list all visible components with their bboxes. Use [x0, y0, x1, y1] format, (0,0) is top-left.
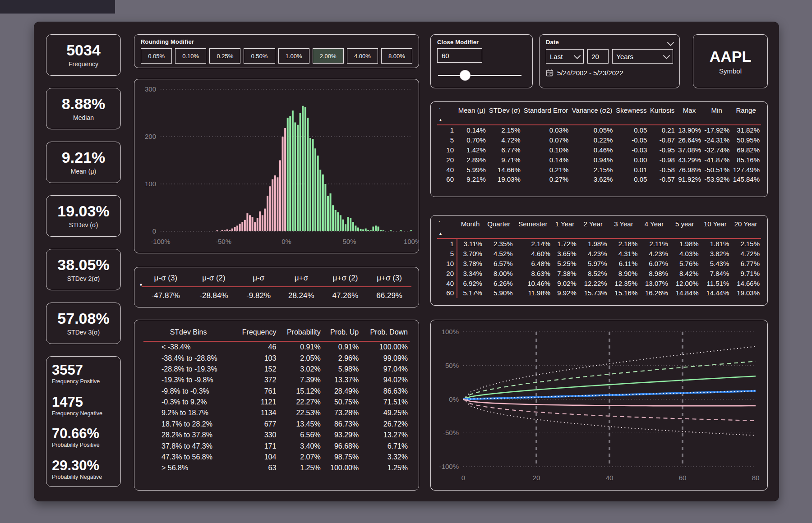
- table-row: 50.70%4.72%0.07%0.22%-0.05-0.8726.64%-24…: [437, 135, 761, 145]
- bins-cell: 86.63%: [360, 386, 410, 397]
- stats-cell: 2.89%: [457, 155, 487, 165]
- stats-col-header[interactable]: Range: [731, 106, 761, 125]
- rounding-option-800[interactable]: 8.00%: [381, 48, 412, 64]
- bins-cell: 1121: [233, 397, 278, 408]
- rounding-option-100[interactable]: 1.00%: [278, 48, 309, 64]
- kpi-column: 5034Frequency8.88%Median9.21%Mean (μ)19.…: [46, 34, 121, 487]
- rounding-option-005[interactable]: 0.05%: [141, 48, 172, 64]
- svg-text:0: 0: [461, 474, 465, 482]
- period-cell: 11.98%: [514, 288, 552, 298]
- stats-cell: 31.82%: [731, 125, 761, 135]
- period-cell: 40: [437, 278, 457, 288]
- rounding-option-050[interactable]: 0.50%: [244, 48, 275, 64]
- bins-cell: 18.7% to 28.2%: [143, 419, 233, 430]
- stats-col-header[interactable]: STDev (σ): [487, 106, 522, 125]
- table-row: 18.7% to 28.2%67713.45%86.73%26.72%: [143, 419, 410, 430]
- rounding-option-010[interactable]: 0.10%: [175, 48, 206, 64]
- date-mode-value: Last: [550, 53, 563, 60]
- period-cell: 9.92%: [552, 288, 578, 298]
- rounding-option-200[interactable]: 2.00%: [313, 48, 344, 64]
- bins-cell: 372: [233, 375, 278, 385]
- period-cell: 5.17%: [457, 288, 484, 298]
- stats-cell: -41.87%: [702, 155, 731, 165]
- period-col-header[interactable]: Semester: [514, 219, 552, 239]
- stats-cell: -24.31%: [702, 135, 731, 145]
- stats-cell: 0.05: [614, 174, 648, 184]
- stats-cell: -50.51%: [702, 165, 731, 174]
- rounding-option-025[interactable]: 0.25%: [209, 48, 240, 64]
- table-row: 101.42%6.77%0.10%0.46%-0.03-0.9537.08%-3…: [437, 145, 761, 155]
- period-col-header[interactable]: Month: [457, 219, 484, 239]
- period-col-header[interactable]: 10 Year: [700, 219, 731, 239]
- svg-text:-100%: -100%: [151, 238, 170, 245]
- stats-col-header[interactable]: Standard Error: [522, 106, 570, 125]
- period-cell: 12.00%: [669, 278, 700, 288]
- bins-cell: 1.25%: [278, 463, 322, 473]
- svg-text:0%: 0%: [449, 395, 459, 403]
- period-col-header[interactable]: 2 Year: [578, 219, 609, 239]
- period-cell: 2.35%: [484, 239, 514, 249]
- bins-cell: 37.8% to 47.3%: [143, 440, 233, 451]
- svg-text:80: 80: [752, 474, 760, 482]
- sort-ascending-icon[interactable]: ▲: [438, 118, 455, 123]
- rounding-option-400[interactable]: 4.00%: [347, 48, 378, 64]
- summary-item: 70.66%Probability Positive: [52, 427, 115, 448]
- date-controls: Last 20 Years: [546, 49, 673, 64]
- period-cell: 12.35%: [609, 278, 639, 288]
- stats-cell: 5: [437, 135, 457, 145]
- date-count-input[interactable]: 20: [587, 49, 609, 64]
- period-index-header[interactable]: `▲: [437, 219, 457, 239]
- stats-cell: 2.15%: [487, 125, 522, 135]
- close-modifier-slider[interactable]: [437, 70, 526, 80]
- table-row: -0.3% to 9.2%112122.27%50.75%71.51%: [143, 397, 410, 408]
- stats-cell: 0.21%: [522, 165, 570, 174]
- table-row: > 56.8%631.25%100.00%1.25%: [143, 463, 410, 473]
- stats-col-header[interactable]: Skewness: [614, 106, 648, 125]
- bins-cell: 28.49%: [323, 386, 361, 397]
- period-cell: 6.92%: [457, 278, 484, 288]
- slider-knob[interactable]: [460, 70, 470, 80]
- close-modifier-input[interactable]: 60: [437, 48, 482, 63]
- date-unit-dropdown[interactable]: Years: [612, 49, 673, 64]
- period-col-header[interactable]: 4 Year: [639, 219, 669, 239]
- sort-descending-icon[interactable]: ▼: [139, 283, 143, 287]
- period-col-header[interactable]: 3 Year: [609, 219, 639, 239]
- stats-col-header[interactable]: Max: [676, 106, 702, 125]
- stats-col-header[interactable]: Variance (σ2): [570, 106, 614, 125]
- rounding-modifier-buttons: 0.05%0.10%0.25%0.50%1.00%2.00%4.00%8.00%: [141, 48, 412, 64]
- bins-cell: 50.75%: [323, 397, 361, 408]
- period-cell: 5.90%: [484, 288, 514, 298]
- stats-cell: 0.00: [614, 155, 648, 165]
- period-cell: 15.16%: [609, 288, 639, 298]
- stats-col-header[interactable]: Mean (μ): [457, 106, 487, 125]
- bins-cell: 63: [233, 463, 278, 473]
- date-mode-dropdown[interactable]: Last: [546, 49, 584, 64]
- stats-col-header[interactable]: Min: [702, 106, 731, 125]
- period-col-header[interactable]: 5 year: [669, 219, 700, 239]
- stats-cell: 6.77%: [487, 145, 522, 155]
- bins-cell: 96.68%: [323, 440, 361, 451]
- stats-col-header[interactable]: Kurtosis: [648, 106, 676, 125]
- stats-cell: -0.57: [648, 174, 676, 184]
- stats-cell: 127.49%: [731, 165, 761, 174]
- period-col-header[interactable]: 1 Year: [552, 219, 578, 239]
- period-cell: 4.23%: [639, 249, 669, 259]
- sort-ascending-icon[interactable]: ▲: [438, 231, 456, 236]
- period-cell: 4.52%: [484, 249, 514, 259]
- bins-cell: 7.39%: [278, 375, 322, 385]
- stats-cell: 37.08%: [676, 145, 702, 155]
- stats-cell: 0.07%: [522, 135, 570, 145]
- kpi-value: 5034: [66, 42, 101, 59]
- period-col-header[interactable]: Quarter: [484, 219, 514, 239]
- stats-index-header[interactable]: `▲: [437, 106, 457, 125]
- bins-cell: 13.45%: [278, 419, 322, 430]
- period-col-header[interactable]: 20 Year: [730, 219, 761, 239]
- stats-table: `▲Mean (μ)STDev (σ)Standard ErrorVarianc…: [437, 106, 761, 184]
- period-cell: 9.02%: [552, 278, 578, 288]
- period-cell: 1.72%: [552, 239, 578, 249]
- table-row: -28.8% to -19.3%1523.02%5.98%97.04%: [143, 364, 410, 375]
- date-range-row: 5/24/2002 - 5/23/2022: [546, 69, 673, 77]
- stats-cell: 0.27%: [522, 174, 570, 184]
- bins-col-header: STdev Bins: [143, 326, 233, 341]
- stats-cell: 91.92%: [676, 174, 702, 184]
